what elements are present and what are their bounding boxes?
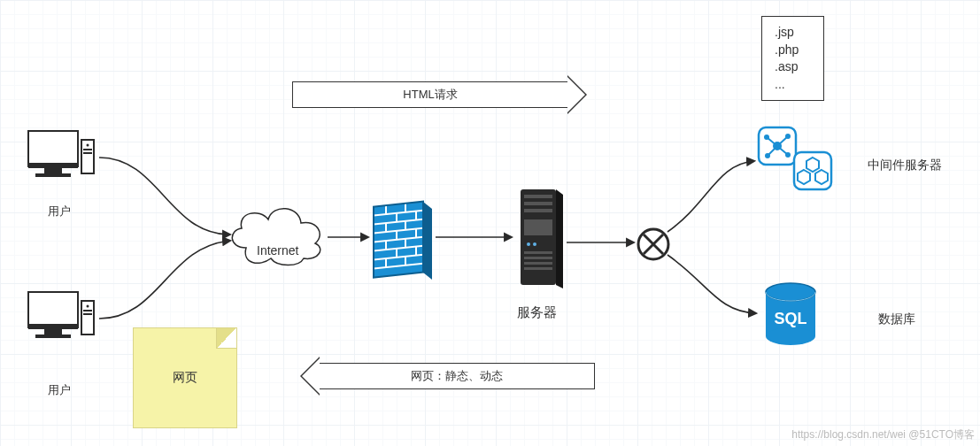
watermark: https://blog.csdn.net/wei @51CTO博客	[791, 427, 975, 442]
connectors	[0, 0, 980, 446]
